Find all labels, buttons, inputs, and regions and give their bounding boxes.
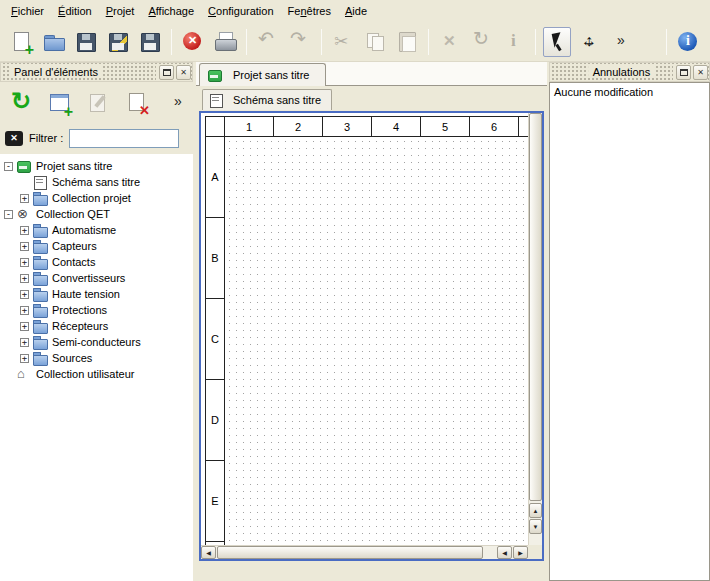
tree-item[interactable]: +Convertisseurs (0, 270, 193, 286)
tree-expander-icon[interactable]: + (20, 274, 29, 283)
folder-icon (33, 224, 48, 237)
save-icon (77, 33, 96, 52)
element-info-button[interactable] (500, 27, 528, 57)
undo-list[interactable]: Aucune modification (549, 82, 710, 581)
select-tool-button[interactable] (543, 27, 571, 57)
paste-button[interactable] (393, 27, 421, 57)
new-element-button[interactable] (43, 88, 77, 118)
menu-fichier[interactable]: Fichier (4, 2, 51, 20)
tree-expander-icon[interactable]: + (20, 354, 29, 363)
page-corner-cell (205, 116, 225, 137)
cut-button[interactable] (329, 27, 357, 57)
tree-expander-icon[interactable]: - (4, 210, 13, 219)
tree-expander-icon[interactable]: + (20, 242, 29, 251)
filter-clear-icon[interactable] (5, 131, 23, 146)
panel-overflow-button[interactable] (169, 88, 187, 118)
move-tool-button[interactable] (575, 27, 603, 57)
column-header: 2 (274, 116, 323, 137)
tab-schema[interactable]: Schéma sans titre (202, 89, 332, 110)
column-header: 1 (225, 116, 274, 137)
open-document-button[interactable] (40, 27, 68, 57)
scroll-left-button[interactable]: ◀ (201, 546, 216, 559)
menu-fenetres[interactable]: Fenêtres (281, 2, 338, 20)
delete-element-button[interactable] (121, 88, 155, 118)
menu-projet[interactable]: Projet (99, 2, 142, 20)
delete-button[interactable] (436, 27, 464, 57)
schema-view[interactable]: 123456 ABCDE ▲ ▼ ◀ ◀ ▶ (199, 111, 544, 561)
reload-collections-button[interactable] (4, 88, 38, 118)
print-button[interactable] (211, 27, 239, 57)
toolbar-separator (666, 29, 667, 55)
menu-configuration[interactable]: Configuration (201, 2, 280, 20)
undo-icon (256, 30, 280, 54)
toolbar-overflow-button[interactable] (607, 27, 635, 57)
tab-project[interactable]: Projet sans titre (199, 63, 326, 86)
menu-affichage[interactable]: Affichage (141, 2, 201, 20)
save-as-button[interactable] (104, 27, 132, 57)
folder-icon (33, 288, 48, 301)
project-icon (208, 69, 223, 82)
column-header-fill (519, 116, 528, 137)
tree-expander-icon[interactable]: + (20, 290, 29, 299)
scroll-right-button[interactable]: ▶ (513, 546, 528, 559)
tree-item[interactable]: -Projet sans titre (0, 158, 193, 174)
close-panel-button[interactable]: ✕ (693, 65, 708, 80)
copy-button[interactable] (361, 27, 389, 57)
tree-item[interactable]: +Collection projet (0, 190, 193, 206)
undo-panel-titlebar[interactable]: Annulations ✕ (549, 62, 710, 82)
tree-item[interactable]: +Semi-conducteurs (0, 334, 193, 350)
tree-expander-icon[interactable]: - (4, 162, 13, 171)
redo-button[interactable] (286, 27, 314, 57)
undo-panel-title: Annulations (588, 66, 656, 78)
column-header: 3 (323, 116, 372, 137)
horizontal-scrollbar[interactable]: ◀ ◀ ▶ (201, 545, 528, 559)
float-panel-button[interactable] (159, 65, 174, 80)
tree-item[interactable]: +Sources (0, 350, 193, 366)
tree-expander-icon[interactable]: + (20, 258, 29, 267)
close-panel-button[interactable]: ✕ (176, 65, 191, 80)
new-document-button[interactable] (8, 27, 36, 57)
tree-item[interactable]: +Protections (0, 302, 193, 318)
project-pane: Schéma sans titre 123456 ABCDE ▲ ▼ (196, 87, 547, 565)
float-panel-button[interactable] (676, 65, 691, 80)
elements-panel-titlebar[interactable]: Panel d'éléments ✕ (0, 62, 193, 82)
filter-input[interactable] (69, 129, 179, 148)
about-qet-button[interactable] (674, 27, 702, 57)
folder-icon (33, 320, 48, 333)
schema-grid[interactable] (226, 138, 528, 545)
tree-expander-icon[interactable]: + (20, 194, 29, 203)
close-file-button[interactable] (179, 27, 207, 57)
tree-item[interactable]: +Récepteurs (0, 318, 193, 334)
tree-expander-icon[interactable]: + (20, 338, 29, 347)
tree-item[interactable]: Collection utilisateur (0, 366, 193, 382)
rotate-button[interactable] (468, 27, 496, 57)
hscroll-thumb[interactable] (217, 546, 483, 559)
tree-item[interactable]: +Automatisme (0, 222, 193, 238)
save-button[interactable] (72, 27, 100, 57)
schema-canvas[interactable]: 123456 ABCDE (201, 113, 528, 545)
undo-button[interactable] (254, 27, 282, 57)
menu-aide[interactable]: Aide (338, 2, 374, 20)
schema-icon (209, 94, 224, 107)
tree-item[interactable]: +Haute tension (0, 286, 193, 302)
tree-item-label: Haute tension (52, 288, 120, 300)
vertical-scrollbar[interactable]: ▲ ▼ (528, 113, 542, 545)
menu-edition[interactable]: Édition (51, 2, 99, 20)
tree-expander-icon[interactable]: + (20, 322, 29, 331)
vscroll-thumb[interactable] (529, 113, 542, 501)
tree-item[interactable]: +Contacts (0, 254, 193, 270)
edit-element-button[interactable] (82, 88, 116, 118)
workspace: Projet sans titre Schéma sans titre 1234… (196, 62, 547, 565)
scroll-left-button-2[interactable]: ◀ (497, 546, 512, 559)
tab-schema-label: Schéma sans titre (233, 94, 321, 106)
save-all-button[interactable] (136, 27, 164, 57)
tree-item[interactable]: Schéma sans titre (0, 174, 193, 190)
tree-item[interactable]: +Capteurs (0, 238, 193, 254)
column-header: 5 (421, 116, 470, 137)
scroll-down-button[interactable]: ▼ (529, 519, 542, 534)
home-icon (17, 368, 32, 381)
tree-expander-icon[interactable]: + (20, 306, 29, 315)
tree-expander-icon[interactable]: + (20, 226, 29, 235)
scroll-up-button[interactable]: ▲ (529, 503, 542, 518)
tree-item[interactable]: -Collection QET (0, 206, 193, 222)
